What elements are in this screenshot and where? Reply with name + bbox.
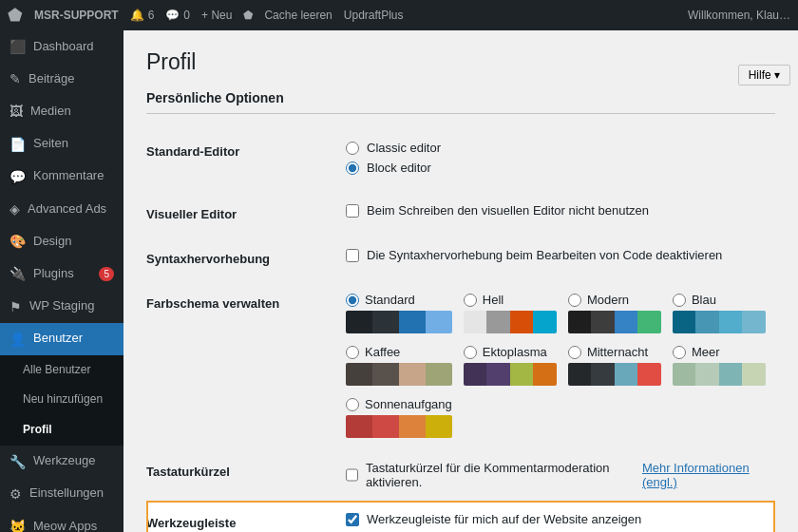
profile-form-table: Standard-Editor Classic editor Block edi… bbox=[146, 129, 775, 532]
sidebar-item-design[interactable]: 🎨 Design bbox=[0, 225, 124, 257]
scheme-ektoplasma[interactable]: Ektoplasma bbox=[464, 345, 557, 386]
tastaturkuerzel-option: Tastaturkürzel für die Kommentarmoderati… bbox=[346, 461, 766, 489]
farbschema-label: Farbschema verwalten bbox=[146, 281, 336, 449]
block-editor-option[interactable]: Block editor bbox=[346, 161, 766, 175]
scheme-ektoplasma-label: Ektoplasma bbox=[483, 345, 547, 359]
advancedads-icon: ◈ bbox=[10, 200, 20, 218]
sidebar-label-design: Design bbox=[33, 234, 71, 250]
tastaturkuerzel-checkbox[interactable] bbox=[346, 468, 358, 482]
meowapps-icon: 🐱 bbox=[10, 518, 26, 532]
comment-icon: 💬 bbox=[165, 9, 180, 22]
scheme-kaffee-radio[interactable] bbox=[346, 346, 359, 359]
comments-item[interactable]: 💬 0 bbox=[165, 9, 190, 22]
sidebar-item-kommentare[interactable]: 💬 Kommentare bbox=[0, 161, 124, 193]
sidebar-item-werkzeuge[interactable]: 🔧 Werkzeuge bbox=[0, 446, 124, 478]
sidebar-item-advancedads[interactable]: ◈ Advanced Ads bbox=[0, 193, 124, 225]
profil-label: Profil bbox=[23, 423, 52, 438]
sidebar-submenu: Alle Benutzer Neu hinzufügen Profil bbox=[0, 355, 124, 446]
notification-count: 6 bbox=[148, 9, 155, 22]
main-layout: ⬛ Dashboard ✎ Beiträge 🖼 Medien 📄 Seiten… bbox=[0, 30, 798, 532]
cache-item[interactable]: Cache leeren bbox=[264, 9, 332, 22]
scheme-sonnenaufgang-radio[interactable] bbox=[346, 398, 359, 411]
werkzeugleiste-option[interactable]: Werkzeugleiste für mich auf der Website … bbox=[346, 512, 766, 526]
sidebar-item-seiten[interactable]: 📄 Seiten bbox=[0, 128, 124, 161]
sidebar-item-dashboard[interactable]: ⬛ Dashboard bbox=[0, 30, 124, 63]
scheme-meer-radio[interactable] bbox=[673, 346, 686, 359]
sidebar-label-beitraege: Beiträge bbox=[28, 71, 74, 87]
alle-benutzer-label: Alle Benutzer bbox=[23, 363, 90, 378]
scheme-blau-radio[interactable] bbox=[673, 294, 686, 307]
site-name[interactable]: MSR-SUPPORT bbox=[34, 9, 119, 22]
scheme-meer[interactable]: Meer bbox=[673, 345, 766, 386]
neu-hinzufuegen-label: Neu hinzufügen bbox=[23, 392, 103, 408]
scheme-hell[interactable]: Hell bbox=[464, 293, 557, 333]
content-area: Hilfe ▾ Profil Persönliche Optionen Stan… bbox=[124, 30, 798, 532]
sidebar-item-neu-hinzufuegen[interactable]: Neu hinzufügen bbox=[0, 385, 124, 415]
visueller-editor-checkbox[interactable] bbox=[346, 204, 359, 218]
new-item[interactable]: + Neu bbox=[201, 9, 232, 22]
syntax-option[interactable]: Die Syntaxhervorhebung beim Bearbeiten v… bbox=[346, 248, 766, 262]
werkzeugleiste-desc: Werkzeugleiste für mich auf der Website … bbox=[367, 512, 641, 526]
werkzeugleiste-label: Werkzeugleiste bbox=[146, 501, 336, 532]
classic-editor-option[interactable]: Classic editor bbox=[346, 141, 766, 155]
scheme-hell-radio[interactable] bbox=[464, 294, 477, 307]
syntax-checkbox[interactable] bbox=[346, 249, 359, 262]
sidebar-item-einstellungen[interactable]: ⚙ Einstellungen bbox=[0, 478, 124, 510]
scheme-standard-label: Standard bbox=[365, 293, 415, 307]
sidebar-label-benutzer: Benutzer bbox=[33, 331, 83, 347]
sidebar-item-medien[interactable]: 🖼 Medien bbox=[0, 95, 124, 127]
design-icon: 🎨 bbox=[10, 233, 26, 250]
sidebar-item-wpstaging[interactable]: ⚑ WP Staging bbox=[0, 291, 124, 323]
seiten-icon: 📄 bbox=[10, 136, 26, 153]
scheme-sonnenaufgang-label: Sonnenaufgang bbox=[365, 397, 452, 411]
tastaturkuerzel-td: Tastaturkürzel für die Kommentarmoderati… bbox=[336, 449, 775, 501]
scheme-standard-radio[interactable] bbox=[346, 294, 359, 307]
tastaturkuerzel-link[interactable]: Mehr Informationen (engl.) bbox=[642, 461, 766, 489]
scheme-mitternacht[interactable]: Mitternacht bbox=[568, 345, 661, 386]
scheme-modern-label: Modern bbox=[587, 293, 629, 307]
classic-editor-radio[interactable] bbox=[346, 142, 359, 155]
sidebar-label-meowapps: Meow Apps bbox=[33, 519, 97, 532]
wpstaging-icon: ⚑ bbox=[10, 298, 22, 315]
farbschema-td: Standard bbox=[336, 281, 775, 449]
scheme-sonnenaufgang-swatch bbox=[346, 415, 452, 438]
visueller-editor-label: Visueller Editor bbox=[146, 192, 336, 237]
scheme-modern[interactable]: Modern bbox=[568, 293, 661, 333]
sidebar-item-benutzer[interactable]: 👤 Benutzer bbox=[0, 323, 124, 355]
updraftplus-item[interactable]: UpdraftPlus bbox=[344, 9, 404, 22]
scheme-standard[interactable]: Standard bbox=[346, 293, 452, 333]
scheme-modern-radio[interactable] bbox=[568, 294, 581, 307]
sidebar-label-plugins: Plugins bbox=[33, 266, 74, 282]
scheme-blau-swatch bbox=[673, 311, 766, 333]
scheme-meer-label: Meer bbox=[692, 345, 720, 359]
block-editor-radio[interactable] bbox=[346, 162, 359, 175]
plugins-badge: 5 bbox=[99, 267, 114, 281]
scheme-hell-swatch bbox=[464, 311, 557, 333]
scheme-ektoplasma-radio[interactable] bbox=[464, 346, 477, 359]
wp-icon-item[interactable]: ⬟ bbox=[243, 9, 253, 22]
dashboard-icon: ⬛ bbox=[10, 38, 26, 55]
scheme-kaffee[interactable]: Kaffee bbox=[346, 345, 452, 386]
section-title: Persönliche Optionen bbox=[146, 90, 775, 114]
scheme-blau[interactable]: Blau bbox=[673, 293, 766, 333]
scheme-sonnenaufgang[interactable]: Sonnenaufgang bbox=[346, 397, 452, 438]
visueller-editor-option[interactable]: Beim Schreiben den visuellen Editor nich… bbox=[346, 203, 766, 218]
visueller-editor-row: Visueller Editor Beim Schreiben den visu… bbox=[146, 192, 775, 237]
scheme-kaffee-swatch bbox=[346, 363, 452, 386]
help-button[interactable]: Hilfe ▾ bbox=[738, 65, 790, 86]
notifications-item[interactable]: 🔔 6 bbox=[130, 9, 155, 22]
bell-icon: 🔔 bbox=[130, 9, 144, 22]
syntax-row: Syntaxhervorhebung Die Syntaxhervorhebun… bbox=[146, 237, 775, 281]
sidebar-item-profil[interactable]: Profil bbox=[0, 415, 124, 446]
sidebar-item-meowapps[interactable]: 🐱 Meow Apps bbox=[0, 510, 124, 532]
comment-count: 0 bbox=[183, 9, 190, 22]
sidebar-item-plugins[interactable]: 🔌 Plugins 5 bbox=[0, 257, 124, 290]
werkzeugleiste-checkbox[interactable] bbox=[346, 513, 359, 526]
sidebar-item-beitraege[interactable]: ✎ Beiträge bbox=[0, 63, 124, 95]
scheme-blau-label: Blau bbox=[692, 293, 716, 307]
scheme-modern-swatch bbox=[568, 311, 661, 333]
syntax-label: Syntaxhervorhebung bbox=[146, 237, 336, 281]
scheme-mitternacht-radio[interactable] bbox=[568, 346, 581, 359]
sidebar-item-alle-benutzer[interactable]: Alle Benutzer bbox=[0, 355, 124, 386]
visueller-editor-td: Beim Schreiben den visuellen Editor nich… bbox=[336, 192, 775, 237]
